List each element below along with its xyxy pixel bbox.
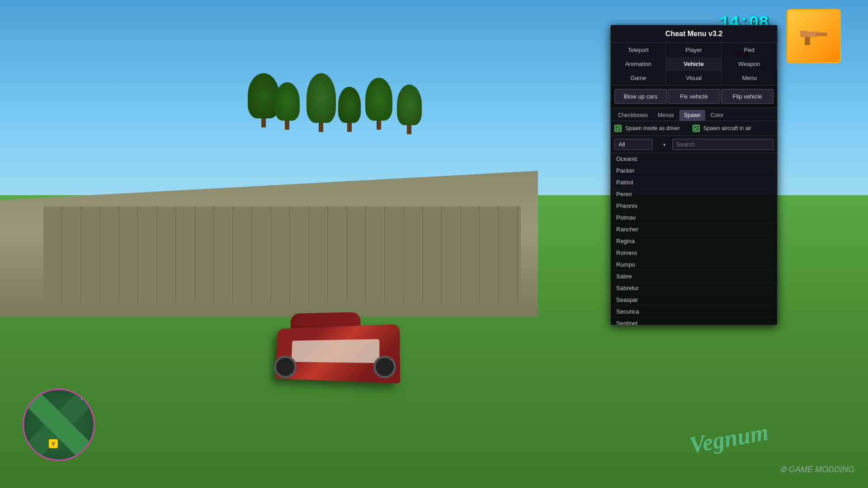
vehicle-item-securica[interactable]: Securica — [611, 306, 777, 318]
vehicle-item-polmav[interactable]: Polmav — [611, 212, 777, 224]
cheat-menu-title: Cheat Menu v3.2 — [611, 25, 777, 43]
spawn-aircraft-label: Spawn aircraft in air — [703, 125, 751, 131]
minimap-player-icon: V — [49, 439, 58, 448]
vehicle-item-sentinel[interactable]: Sentinel — [611, 318, 777, 325]
option-row-spawn-inside: Spawn inside as driver Spawn aircraft in… — [614, 125, 774, 132]
minimap-north: N — [81, 394, 85, 401]
vehicle-item-regina[interactable]: Regina — [611, 235, 777, 247]
cheat-menu-panel: Cheat Menu v3.2 Teleport Player Ped Anim… — [610, 25, 778, 325]
filter-row: All Cars Bikes Boats Helicopters Planes — [611, 136, 777, 153]
svg-rect-2 — [805, 37, 810, 45]
vehicle-item-sabretur[interactable]: Sabretur — [611, 282, 777, 294]
spawn-inside-label: Spawn inside as driver — [625, 125, 680, 131]
vehicle-item-patriot[interactable]: Patriot — [611, 177, 777, 188]
cheat-tabs: Checkboxes Menus Spawn Color — [611, 108, 777, 121]
vehicle-list[interactable]: Oceanic Packer Patriot Peren Pheonix Pol… — [611, 153, 777, 325]
cheat-actions: Blow up cars Fix vehicle Flip vehicle — [611, 85, 777, 108]
game-modding-label: ⚙ GAME MODDING — [779, 465, 854, 474]
car-stripe — [291, 339, 379, 363]
svg-rect-1 — [816, 33, 827, 36]
category-select[interactable]: All Cars Bikes Boats Helicopters Planes — [614, 139, 652, 150]
vehicle-item-packer[interactable]: Packer — [611, 165, 777, 177]
nav-visual[interactable]: Visual — [666, 71, 722, 85]
spawn-options: Spawn inside as driver Spawn aircraft in… — [611, 121, 777, 136]
tab-checkboxes[interactable]: Checkboxes — [613, 110, 652, 121]
game-car — [260, 290, 405, 380]
nav-ped[interactable]: Ped — [722, 43, 777, 57]
tab-spawn[interactable]: Spawn — [679, 110, 705, 121]
vehicle-item-peren[interactable]: Peren — [611, 188, 777, 200]
trees-area — [243, 73, 590, 268]
vehicle-item-romero[interactable]: Romero — [611, 247, 777, 259]
vehicle-item-seaspar[interactable]: Seaspar — [611, 294, 777, 306]
vehicle-item-sabre[interactable]: Sabre — [611, 271, 777, 282]
tab-menus[interactable]: Menus — [653, 110, 679, 121]
nav-game[interactable]: Game — [611, 71, 666, 85]
nav-vehicle[interactable]: Vehicle — [666, 57, 722, 71]
nav-teleport[interactable]: Teleport — [611, 43, 666, 57]
flip-vehicle-button[interactable]: Flip vehicle — [721, 89, 774, 104]
blow-up-cars-button[interactable]: Blow up cars — [614, 89, 667, 104]
tab-color[interactable]: Color — [706, 110, 728, 121]
svg-rect-3 — [800, 31, 807, 33]
nav-animation[interactable]: Animation — [611, 57, 666, 71]
minimap: N V — [23, 389, 95, 461]
spawn-aircraft-checkbox[interactable] — [693, 125, 700, 132]
category-select-wrap: All Cars Bikes Boats Helicopters Planes — [614, 139, 670, 150]
vehicle-item-pheonix[interactable]: Pheonix — [611, 200, 777, 212]
search-input[interactable] — [672, 139, 774, 150]
vehicle-item-oceanic[interactable]: Oceanic — [611, 153, 777, 165]
vehicle-item-rumpo[interactable]: Rumpo — [611, 259, 777, 271]
nav-player[interactable]: Player — [666, 43, 722, 57]
cheat-nav: Teleport Player Ped Animation Vehicle We… — [611, 43, 777, 85]
nav-weapon[interactable]: Weapon — [722, 57, 777, 71]
spawn-inside-checkbox[interactable] — [614, 125, 622, 132]
nav-menu[interactable]: Menu — [722, 71, 777, 85]
fix-vehicle-button[interactable]: Fix vehicle — [668, 89, 720, 104]
weapon-hud-icon — [787, 9, 841, 63]
vehicle-item-rancher[interactable]: Rancher — [611, 224, 777, 235]
